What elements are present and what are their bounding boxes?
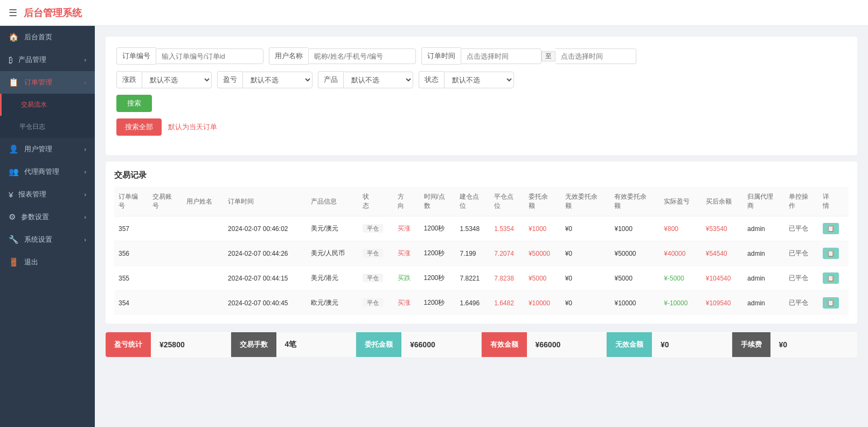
cell-product: 美元/港元 [307, 266, 358, 291]
status-label: 状态 [419, 71, 444, 88]
col-actual-pnl: 实际盈亏 [659, 187, 701, 216]
sidebar-item-product[interactable]: ₿ 产品管理 › [0, 48, 95, 71]
cell-time-points: 1200秒 [420, 266, 456, 291]
cell-detail[interactable]: 📋 [818, 241, 849, 266]
cell-time-points: 1200秒 [420, 241, 456, 266]
pnl-label: 盈亏统计 [106, 332, 151, 357]
detail-button[interactable]: 📋 [823, 272, 839, 284]
invalid-value: ¥0 [652, 333, 732, 356]
product-group: 产品 默认不选 [318, 71, 413, 88]
chevron-right-icon: › [84, 191, 86, 198]
sidebar-item-user[interactable]: 👤 用户管理 › [0, 138, 95, 160]
cell-detail[interactable]: 📋 [818, 291, 849, 316]
cell-direction: 买涨 [393, 216, 419, 241]
pnl-value: ¥40000 [664, 250, 685, 257]
table-row: 355 2024-02-07 00:44:15 美元/港元 平仓 买跌 1200… [114, 266, 849, 291]
order-time-start-input[interactable] [461, 48, 541, 64]
search-all-button[interactable]: 搜索全部 [116, 118, 162, 136]
params-icon: ⚙ [9, 212, 16, 222]
invalid-label: 无效金额 [607, 332, 652, 357]
cell-user-name [182, 216, 224, 241]
main-content: 订单编号 用户名称 订单时间 至 涨跌 [95, 26, 868, 427]
entrust-label: 委托金额 [356, 332, 401, 357]
cell-operation: 已平仓 [784, 291, 818, 316]
sidebar-item-agent[interactable]: 👥 代理商管理 › [0, 160, 95, 183]
logout-icon: 🚪 [9, 257, 19, 267]
col-user-name: 用户姓名 [182, 187, 224, 216]
rise-label: 涨跌 [116, 71, 142, 88]
stat-invalid: 无效金额 ¥0 [607, 332, 732, 357]
sidebar-sub-label: 交易流水 [21, 100, 47, 109]
status-select[interactable]: 默认不选 [444, 72, 514, 88]
cell-agent: admin [743, 266, 784, 291]
cell-open-price: 7.199 [455, 241, 490, 266]
trades-label: 交易手数 [231, 332, 276, 357]
col-agent: 归属代理商 [743, 187, 784, 216]
cell-operation: 已平仓 [784, 216, 818, 241]
cell-entrust: ¥5000 [524, 266, 561, 291]
order-icon: 📋 [9, 78, 19, 87]
trades-value: 4笔 [276, 332, 357, 357]
detail-button[interactable]: 📋 [823, 223, 839, 234]
cell-order-no: 354 [114, 291, 148, 316]
cell-balance-after: ¥104540 [702, 266, 743, 291]
cell-trade-account [148, 266, 182, 291]
user-name-input[interactable] [308, 48, 416, 64]
status-tag: 平仓 [363, 298, 383, 307]
col-detail: 详情 [818, 187, 849, 216]
table-row: 357 2024-02-07 00:46:02 美元/澳元 平仓 买涨 1200… [114, 216, 849, 241]
cell-order-time: 2024-02-07 00:44:15 [224, 266, 307, 291]
cell-invalid-entrust: ¥0 [561, 266, 610, 291]
sidebar-item-order[interactable]: 📋 订单管理 › [0, 71, 95, 94]
menu-icon[interactable]: ☰ [9, 7, 17, 19]
system-icon: 🔧 [9, 235, 19, 244]
valid-label: 有效金额 [482, 332, 527, 357]
cell-detail[interactable]: 📋 [818, 216, 849, 241]
table-title: 交易记录 [114, 170, 849, 180]
sidebar-item-trade-flow[interactable]: 交易流水 [0, 94, 95, 116]
order-time-end-input[interactable] [555, 48, 636, 64]
cell-agent: admin [743, 291, 784, 316]
report-icon: ¥ [9, 190, 13, 199]
col-order-no: 订单编号 [114, 187, 148, 216]
topbar: ☰ 后台管理系统 [0, 0, 868, 26]
sidebar-item-label: 系统设置 [24, 235, 52, 244]
cell-detail[interactable]: 📋 [818, 266, 849, 291]
footer-stats: 盈亏统计 ¥25800 交易手数 4笔 委托金额 ¥66000 有效金额 ¥66… [106, 332, 857, 357]
direction-tag: 买涨 [398, 225, 411, 232]
layout: 🏠 后台首页 ₿ 产品管理 › 📋 订单管理 › 交易流水 平仓日志 👤 用户管… [0, 26, 868, 427]
pnl-value: ¥-10000 [664, 299, 688, 307]
sidebar-sub-label: 平仓日志 [19, 122, 45, 131]
product-select[interactable]: 默认不选 [343, 72, 413, 88]
cell-user-name [182, 266, 224, 291]
cell-status: 平仓 [358, 216, 393, 241]
filter-row-2: 涨跌 默认不选 盈亏 默认不选 产品 默认不选 [116, 71, 846, 88]
sidebar-item-flat-log[interactable]: 平仓日志 [0, 116, 95, 138]
sidebar-item-system[interactable]: 🔧 系统设置 › [0, 228, 95, 251]
sidebar-item-params[interactable]: ⚙ 参数设置 › [0, 206, 95, 228]
balance-after-value: ¥54540 [706, 250, 727, 257]
order-no-input[interactable] [156, 48, 263, 64]
cell-order-no: 356 [114, 241, 148, 266]
cell-order-time: 2024-02-07 00:40:45 [224, 291, 307, 316]
sidebar-item-report[interactable]: ¥ 报表管理 › [0, 183, 95, 206]
col-operation: 单控操作 [784, 187, 818, 216]
search-button[interactable]: 搜索 [116, 95, 152, 112]
profit-select[interactable]: 默认不选 [242, 72, 313, 88]
col-entrust: 委托余额 [524, 187, 561, 216]
cell-open-price: 1.5348 [455, 216, 490, 241]
cell-close-price: 7.2074 [490, 241, 524, 266]
cell-order-no: 355 [114, 266, 148, 291]
filter-row-1: 订单编号 用户名称 订单时间 至 [116, 47, 846, 65]
detail-button[interactable]: 📋 [823, 297, 839, 309]
operation-tag: 已平仓 [789, 249, 808, 257]
sidebar-item-logout[interactable]: 🚪 退出 [0, 251, 95, 274]
detail-button[interactable]: 📋 [823, 248, 839, 259]
cell-entrust: ¥1000 [524, 216, 561, 241]
cell-close-price: 1.6482 [490, 291, 524, 316]
col-open-price: 建仓点位 [455, 187, 490, 216]
sidebar-item-dashboard[interactable]: 🏠 后台首页 [0, 26, 95, 48]
sidebar-item-label: 产品管理 [18, 55, 46, 65]
status-group: 状态 默认不选 [419, 71, 514, 88]
rise-select[interactable]: 默认不选 [142, 72, 212, 88]
